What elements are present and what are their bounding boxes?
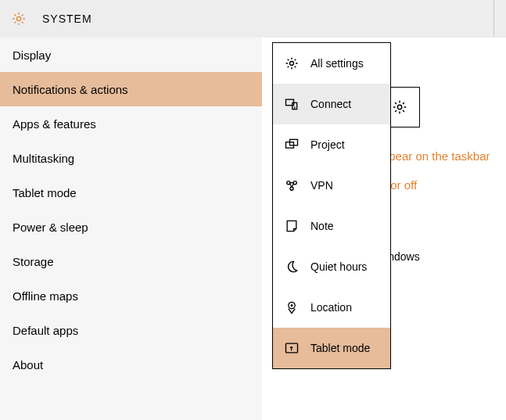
project-icon [284,137,310,153]
sidebar-item-default-apps[interactable]: Default apps [0,313,262,347]
quick-actions-popup: All settings Connect Project VPN Note Qu… [272,42,391,369]
sidebar-item-display[interactable]: Display [0,38,262,72]
popup-item-label: Quiet hours [310,260,367,273]
sidebar-item-label: Display [13,48,51,62]
popup-item-label: All settings [310,57,364,70]
popup-item-connect[interactable]: Connect [273,84,390,124]
sidebar-item-label: Tablet mode [13,186,77,199]
svg-point-3 [397,105,402,109]
svg-point-12 [290,187,293,190]
gear-icon [284,56,310,71]
sidebar-item-label: Default apps [13,324,78,337]
popup-item-vpn[interactable]: VPN [273,165,390,206]
gear-icon [391,99,408,116]
svg-point-0 [16,16,20,20]
popup-item-quiet-hours[interactable]: Quiet hours [273,246,390,287]
svg-point-14 [291,305,292,307]
popup-item-label: Project [310,138,345,151]
sidebar-item-label: Notifications & actions [13,83,128,96]
tablet-icon [284,340,310,356]
sidebar-item-storage[interactable]: Storage [0,244,262,278]
popup-item-label: Note [310,220,334,232]
sidebar-item-label: About [13,358,43,372]
sidebar-item-label: Apps & features [13,117,96,131]
popup-item-label: VPN [310,179,333,192]
window-control-area[interactable] [493,0,506,38]
moon-icon [284,259,310,275]
connect-icon [284,96,310,112]
popup-item-all-settings[interactable]: All settings [273,43,390,84]
popup-item-project[interactable]: Project [273,124,390,165]
sidebar-item-about[interactable]: About [0,347,262,382]
sidebar-item-power[interactable]: Power & sleep [0,210,262,244]
svg-point-7 [294,107,295,108]
sidebar-item-label: Offline maps [13,289,78,303]
popup-item-note[interactable]: Note [273,206,390,246]
gear-icon [11,11,27,27]
popup-item-tablet-mode[interactable]: Tablet mode [273,328,390,368]
sidebar-item-apps[interactable]: Apps & features [0,106,262,141]
note-icon [284,218,310,234]
sidebar-item-label: Power & sleep [13,221,88,234]
sidebar-item-multitasking[interactable]: Multitasking [0,141,262,175]
sidebar-item-label: Multitasking [13,152,74,165]
popup-item-label: Connect [310,98,351,110]
page-title: SYSTEM [42,13,92,25]
sidebar-item-notifications[interactable]: Notifications & actions [0,72,262,106]
popup-item-label: Location [310,301,352,314]
vpn-icon [284,178,310,193]
sidebar-item-offline-maps[interactable]: Offline maps [0,278,262,313]
sidebar: Display Notifications & actions Apps & f… [0,38,262,420]
svg-point-4 [290,62,294,66]
sidebar-item-label: Storage [13,255,54,268]
header: SYSTEM [0,0,506,38]
popup-item-label: Tablet mode [310,342,370,354]
sidebar-item-tablet-mode[interactable]: Tablet mode [0,175,262,210]
popup-item-location[interactable]: Location [273,287,390,328]
location-icon [284,300,310,315]
